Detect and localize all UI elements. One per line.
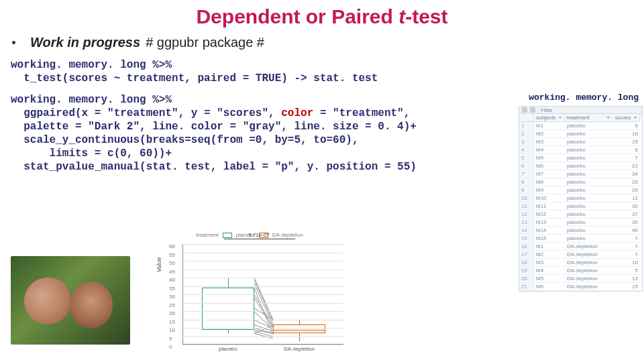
box-DA.depletion bbox=[273, 324, 325, 333]
table-row[interactable]: 7M7placebo34 bbox=[519, 170, 642, 178]
monkey-photo bbox=[11, 256, 130, 345]
pvalue-label: 5.71e-07 bbox=[225, 232, 292, 238]
table-icon bbox=[522, 107, 527, 113]
table-row[interactable]: 13M13placebo39 bbox=[519, 219, 642, 227]
col-scores[interactable]: scores bbox=[613, 114, 640, 122]
table-row[interactable]: 4M4placebo8 bbox=[519, 146, 642, 154]
title-pre: Dependent or Paired bbox=[196, 5, 398, 27]
code-block-1: working. memory. long %>% t_test(scores … bbox=[11, 58, 511, 85]
legend-title: treatment bbox=[196, 232, 219, 238]
bullet-line: Work in progress # ggpubr package # bbox=[12, 35, 644, 50]
y-axis-label: Value bbox=[156, 257, 162, 272]
table-row[interactable]: 21M6DA.depletion15 bbox=[519, 283, 642, 291]
bottom-row: treatment placebo DA.depletion Value 5.7… bbox=[11, 232, 354, 359]
col-rownum bbox=[519, 114, 534, 122]
table-row[interactable]: 8M8placebo20 bbox=[519, 178, 642, 186]
table-row[interactable]: 14M14placebo40 bbox=[519, 227, 642, 235]
table-row[interactable]: 20M5DA.depletion12 bbox=[519, 275, 642, 283]
data-viewer-toolbar: Filter bbox=[519, 106, 643, 114]
table-row[interactable]: 3M3placebo15 bbox=[519, 138, 642, 146]
table-header: subjects treatment scores bbox=[519, 114, 643, 122]
col-treatment[interactable]: treatment bbox=[565, 114, 613, 122]
filter-label: Filter bbox=[541, 107, 553, 113]
table-row[interactable]: 2M2placebo10 bbox=[519, 130, 642, 138]
table-row[interactable]: 16M1DA.depletion7 bbox=[519, 243, 642, 251]
table-row[interactable]: 5M5placebo7 bbox=[519, 154, 642, 162]
col-subjects[interactable]: subjects bbox=[534, 114, 565, 122]
table-row[interactable]: 1M1placebo9 bbox=[519, 122, 642, 130]
title-post: -test bbox=[405, 5, 447, 27]
pvalue-bracket bbox=[224, 239, 295, 239]
table-row[interactable]: 18M3DA.depletion10 bbox=[519, 259, 642, 267]
table-row[interactable]: 9M9placebo28 bbox=[519, 186, 642, 194]
title-ital: t bbox=[398, 5, 405, 27]
table-row[interactable]: 12M12placebo37 bbox=[519, 210, 642, 219]
side-code-label: working. memory. long bbox=[529, 93, 639, 103]
code2-a: working. memory. long %>% ggpaired(x = "… bbox=[11, 94, 281, 119]
bullet-rest: # ggpubr package # bbox=[146, 35, 264, 50]
table-row[interactable]: 6M6placebo22 bbox=[519, 162, 642, 170]
page-title: Dependent or Paired t-test bbox=[0, 5, 644, 28]
table-row[interactable]: 11M11placebo30 bbox=[519, 202, 642, 210]
filter-icon bbox=[530, 107, 535, 113]
wip-label: Work in progress bbox=[30, 35, 140, 50]
table-row[interactable]: 19M4DA.depletion5 bbox=[519, 267, 642, 275]
xtick-DA.depletion: DA.depletion bbox=[273, 346, 325, 352]
bullet-icon bbox=[12, 41, 15, 44]
paired-boxplot: treatment placebo DA.depletion Value 5.7… bbox=[153, 232, 354, 359]
table-row[interactable]: 15M15placebo7 bbox=[519, 235, 642, 243]
code2-arg: color bbox=[281, 107, 313, 119]
table-row[interactable]: 17M2DA.depletion7 bbox=[519, 251, 642, 259]
table-body: 1M1placebo92M2placebo103M3placebo154M4pl… bbox=[519, 122, 643, 292]
data-viewer: Filter subjects treatment scores 1M1plac… bbox=[519, 106, 643, 292]
code-block-2: working. memory. long %>% ggpaired(x = "… bbox=[11, 93, 511, 174]
table-row[interactable]: 10M10placebo12 bbox=[519, 194, 642, 202]
xtick-placebo: placebo bbox=[202, 346, 254, 352]
